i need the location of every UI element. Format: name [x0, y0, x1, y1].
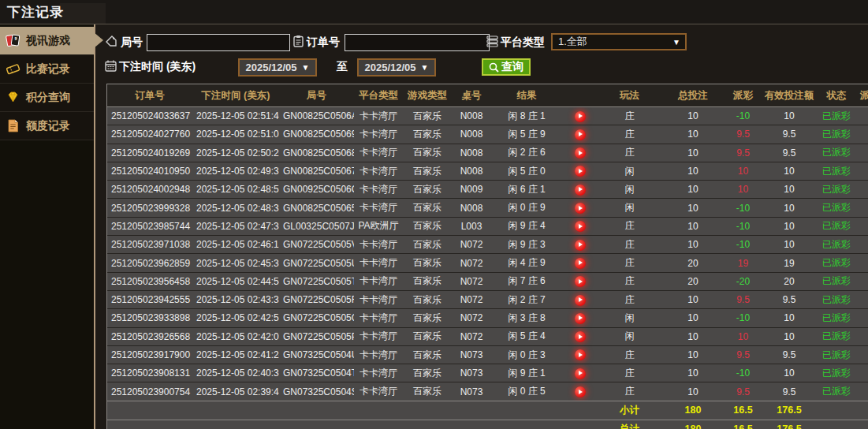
sidebar-item-label: 积分查询 — [26, 91, 70, 105]
cell-game-type: 百家乐 — [403, 382, 452, 401]
cell-payout: 9.5 — [725, 345, 762, 364]
cell-bet-time: 2025-12-05 02:47:30 — [192, 217, 279, 235]
cell-bet-time: 2025-12-05 02:44:54 — [192, 272, 279, 290]
cell-round-no: GN07225C0505Q — [279, 309, 354, 327]
platform-type-select[interactable]: 1.全部 ▼ — [551, 33, 687, 50]
play-video-button[interactable] — [575, 185, 586, 196]
play-video-button[interactable] — [575, 240, 586, 251]
play-video-button[interactable] — [575, 349, 586, 360]
chevron-down-icon: ▼ — [672, 38, 685, 47]
cell-video — [562, 125, 598, 144]
cell-result: 闲 5 庄 0 — [491, 162, 562, 180]
play-video-button[interactable] — [575, 368, 586, 379]
main-panel: 局号 订单号 平台类型 1.全部 ▼ 下注时间 (美东) 2025/12/05 … — [95, 24, 868, 429]
cell-order-no: 251205023926568 — [107, 327, 192, 345]
round-no-input[interactable] — [147, 34, 290, 51]
play-video-button[interactable] — [575, 386, 586, 397]
cell-status: 已派彩 — [817, 309, 856, 327]
cell-video — [562, 290, 598, 308]
cell-result: 闲 5 庄 4 — [491, 327, 562, 345]
cell-payout: 9.5 — [725, 144, 762, 162]
cell-status: 已派彩 — [817, 162, 856, 180]
cell-result: 闲 9 庄 1 — [491, 364, 562, 382]
column-header: 总投注 — [661, 84, 725, 107]
date-to-select[interactable]: 2025/12/05 ▼ — [357, 58, 436, 76]
sidebar-item-4[interactable]: 额度记录 — [0, 112, 94, 140]
cell-play: 庄 — [598, 217, 661, 235]
table-row: 2512050240109502025-12-05 02:49:37GN0082… — [107, 162, 868, 180]
sidebar-item-3[interactable]: 积分查询 — [0, 84, 94, 112]
cell-round-no: GN00825C05068 — [279, 144, 354, 162]
cell-payout-time — [856, 364, 868, 382]
cell-result: 闲 2 庄 7 — [491, 290, 562, 308]
column-header: 结果 — [491, 84, 562, 107]
order-no-input[interactable] — [345, 34, 490, 51]
cell-table-no: N008 — [452, 125, 491, 144]
cell-round-no: GN07225C0505V — [279, 236, 354, 254]
date-from-select[interactable]: 2025/12/05 ▼ — [238, 58, 317, 76]
column-header: 订单号 — [107, 84, 192, 107]
play-video-button[interactable] — [575, 203, 586, 214]
cards-icon: 9 — [6, 33, 20, 48]
play-video-button[interactable] — [575, 331, 586, 342]
cell-game-type: 百家乐 — [403, 181, 452, 199]
cell-payout: -10 — [725, 199, 762, 217]
play-video-button[interactable] — [575, 147, 586, 159]
cell-total-bet: 20 — [661, 254, 725, 272]
cell-total-bet: 20 — [661, 272, 725, 290]
date-from-value: 2025/12/05 — [246, 62, 297, 73]
cell-valid-bet: 9.5 — [762, 382, 817, 401]
cell-valid-bet: 9.5 — [762, 144, 817, 162]
play-video-button[interactable] — [575, 129, 586, 140]
query-button[interactable]: 查询 — [482, 58, 531, 76]
platform-type-icon — [486, 35, 499, 48]
sidebar-item-label: 额度记录 — [26, 119, 70, 133]
cell-bet-time: 2025-12-05 02:45:30 — [192, 254, 279, 272]
cell-bet-time: 2025-12-05 02:42:09 — [192, 327, 279, 345]
play-video-button[interactable] — [575, 221, 586, 232]
cell-play: 庄 — [598, 107, 661, 125]
cell-payout: 9.5 — [725, 290, 762, 308]
cell-play: 庄 — [598, 345, 661, 364]
cell-round-no: GN07325C0504T — [279, 364, 354, 382]
column-header: 玩法 — [598, 84, 661, 107]
cell-total-bet: 10 — [661, 199, 725, 217]
bet-records-table: 订单号下注时间 (美东)局号平台类型游戏类型桌号结果玩法总投注派彩有效投注额状态… — [106, 84, 868, 429]
cell-table-no: N008 — [452, 199, 491, 217]
sidebar-item-label: 视讯游戏 — [26, 34, 70, 48]
cell-game-type: 百家乐 — [403, 199, 452, 217]
column-header: 派彩时间 — [856, 84, 868, 107]
cell-status: 已派彩 — [817, 125, 856, 144]
calendar-icon — [104, 59, 117, 73]
cell-table-no: N072 — [452, 290, 491, 308]
play-video-button[interactable] — [575, 313, 586, 324]
play-video-button[interactable] — [575, 276, 586, 287]
cell-bet-time: 2025-12-05 02:49:37 — [192, 162, 279, 180]
table-row: 2512050239628592025-12-05 02:45:30GN0722… — [107, 254, 868, 272]
sidebar-item-2[interactable]: 比赛记录 — [0, 55, 94, 84]
cell-result: 闲 8 庄 1 — [491, 107, 562, 125]
table-row: 2512050239007542025-12-05 02:39:48GN0732… — [107, 382, 868, 401]
play-video-button[interactable] — [575, 111, 586, 122]
cell-round-no: GN00825C05067 — [279, 162, 354, 180]
cell-round-no: GL00325C0507J — [279, 217, 354, 235]
cell-status: 已派彩 — [817, 144, 856, 162]
play-video-button[interactable] — [575, 166, 586, 177]
column-header: 有效投注额 — [762, 84, 817, 107]
cell-status: 已派彩 — [817, 217, 856, 235]
play-video-button[interactable] — [575, 295, 586, 306]
cell-valid-bet: 10 — [762, 162, 817, 180]
cell-result: 闲 2 庄 6 — [491, 144, 562, 162]
cell-round-no: GN07225C0505T — [279, 272, 354, 290]
total-label: 总计 — [598, 420, 661, 429]
search-icon — [489, 62, 499, 73]
cell-total-bet: 10 — [661, 125, 725, 144]
cell-order-no: 251205023942555 — [107, 290, 192, 308]
sidebar-item-1[interactable]: 9视讯游戏 — [0, 27, 94, 55]
cell-platform: 卡卡湾厅 — [354, 144, 403, 162]
total-total-bet: 180 — [661, 420, 725, 429]
play-video-button[interactable] — [575, 258, 586, 269]
subtotal-valid-bet: 176.5 — [762, 401, 817, 420]
cell-bet-time: 2025-12-05 02:41:24 — [192, 345, 279, 364]
cell-total-bet: 10 — [661, 327, 725, 345]
